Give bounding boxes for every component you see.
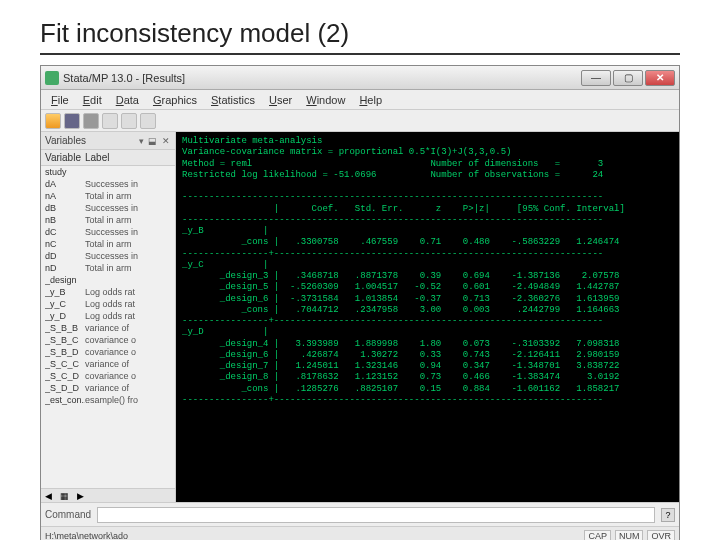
maximize-button[interactable]: ▢: [613, 70, 643, 86]
menu-window[interactable]: Window: [300, 92, 351, 108]
variable-row[interactable]: dASuccesses in: [41, 178, 175, 190]
status-ovr: OVR: [647, 530, 675, 541]
variable-row[interactable]: _S_B_Dcovariance o: [41, 346, 175, 358]
menu-statistics[interactable]: Statistics: [205, 92, 261, 108]
variables-panel: Variables ▾ ⬓ ✕ Variable Label studydASu…: [41, 132, 176, 502]
variable-row[interactable]: _S_C_Cvariance of: [41, 358, 175, 370]
variables-panel-title: Variables: [45, 135, 86, 146]
statusbar: H:\meta\network\ado CAPNUMOVR: [41, 526, 679, 540]
close-button[interactable]: ✕: [645, 70, 675, 86]
variable-row[interactable]: nATotal in arm: [41, 190, 175, 202]
status-num: NUM: [615, 530, 644, 541]
col-label: Label: [85, 152, 109, 163]
open-icon[interactable]: [45, 113, 61, 129]
variable-row[interactable]: nDTotal in arm: [41, 262, 175, 274]
toolbar: [41, 110, 679, 132]
status-path: H:\meta\network\ado: [45, 531, 128, 541]
window-title: Stata/MP 13.0 - [Results]: [63, 72, 581, 84]
variable-row[interactable]: _y_DLog odds rat: [41, 310, 175, 322]
body-area: Variables ▾ ⬓ ✕ Variable Label studydASu…: [41, 132, 679, 502]
variable-row[interactable]: _S_B_Ccovariance o: [41, 334, 175, 346]
variable-row[interactable]: _S_D_Dvariance of: [41, 382, 175, 394]
variable-row[interactable]: _S_C_Dcovariance o: [41, 370, 175, 382]
tool-icon[interactable]: [140, 113, 156, 129]
variable-row[interactable]: study: [41, 166, 175, 178]
variable-row[interactable]: dCSuccesses in: [41, 226, 175, 238]
save-icon[interactable]: [64, 113, 80, 129]
command-help-icon[interactable]: ?: [661, 508, 675, 522]
command-label: Command: [45, 509, 91, 520]
results-pane[interactable]: Multivariate meta-analysis Variance-cova…: [176, 132, 679, 502]
variable-row[interactable]: nCTotal in arm: [41, 238, 175, 250]
menu-user[interactable]: User: [263, 92, 298, 108]
menu-data[interactable]: Data: [110, 92, 145, 108]
variables-list[interactable]: studydASuccesses innATotal in armdBSucce…: [41, 166, 175, 488]
variable-row[interactable]: _S_B_Bvariance of: [41, 322, 175, 334]
titlebar[interactable]: Stata/MP 13.0 - [Results] — ▢ ✕: [41, 66, 679, 90]
panel-controls[interactable]: ▾ ⬓ ✕: [139, 136, 171, 146]
variable-row[interactable]: _design: [41, 274, 175, 286]
app-icon: [45, 71, 59, 85]
print-icon[interactable]: [83, 113, 99, 129]
tool-icon[interactable]: [121, 113, 137, 129]
menu-graphics[interactable]: Graphics: [147, 92, 203, 108]
command-area: Command ?: [41, 502, 679, 526]
command-input[interactable]: [97, 507, 655, 523]
status-cap: CAP: [584, 530, 611, 541]
menu-edit[interactable]: Edit: [77, 92, 108, 108]
menubar: FileEditDataGraphicsStatisticsUserWindow…: [41, 90, 679, 110]
variable-row[interactable]: _est_con..esample() fro: [41, 394, 175, 406]
variables-columns: Variable Label: [41, 150, 175, 166]
variable-row[interactable]: _y_BLog odds rat: [41, 286, 175, 298]
stata-window: Stata/MP 13.0 - [Results] — ▢ ✕ FileEdit…: [40, 65, 680, 540]
minimize-button[interactable]: —: [581, 70, 611, 86]
variable-row[interactable]: dDSuccesses in: [41, 250, 175, 262]
menu-help[interactable]: Help: [353, 92, 388, 108]
variable-row[interactable]: _y_CLog odds rat: [41, 298, 175, 310]
slide-title: Fit inconsistency model (2): [40, 8, 680, 55]
variables-panel-header: Variables ▾ ⬓ ✕: [41, 132, 175, 150]
col-variable: Variable: [45, 152, 85, 163]
variable-row[interactable]: nBTotal in arm: [41, 214, 175, 226]
menu-file[interactable]: File: [45, 92, 75, 108]
variable-row[interactable]: dBSuccesses in: [41, 202, 175, 214]
tool-icon[interactable]: [102, 113, 118, 129]
sidebar-footer[interactable]: ◀▦▶: [41, 488, 175, 502]
